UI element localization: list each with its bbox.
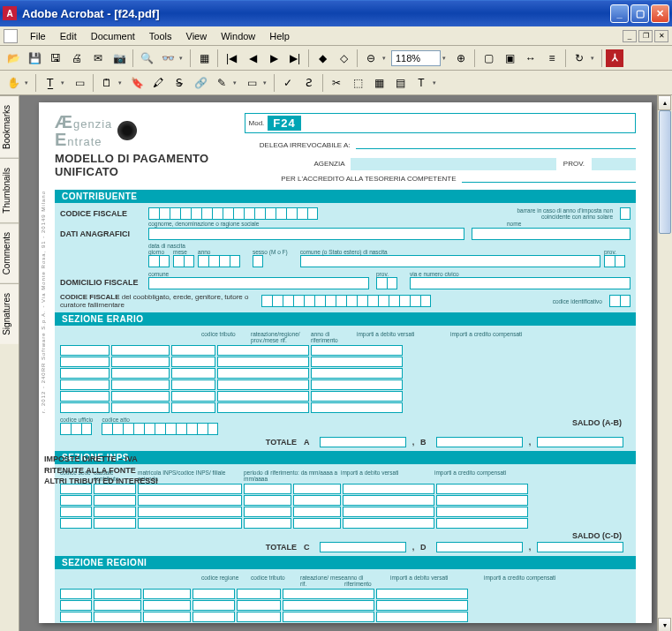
rectangle-button[interactable]: ▭ [242,73,261,93]
agenzia-label: AGENZIA [245,158,351,170]
menu-document[interactable]: Document [84,29,142,43]
save-as-button[interactable]: 🖫 [46,49,65,68]
next-page-button[interactable]: ▶ [264,49,283,68]
print-button[interactable]: 🖨 [67,49,87,68]
rect-dropdown[interactable]: ▾ [263,79,270,86]
find-button[interactable]: 👓 [158,49,177,68]
show-hide-button[interactable]: ▦ [194,49,214,68]
fit-width-button[interactable]: ↔ [521,49,540,68]
scroll-up-button[interactable]: ▴ [658,95,671,110]
search-button[interactable]: 🔍 [137,49,156,68]
form-title: MODELLO DI PAGAMENTO UNIFICATO [55,152,209,178]
vertical-imprint: r. 2012 - 240RR Software S.p.A. - Via Mo… [41,191,46,413]
menu-window[interactable]: Window [214,29,262,43]
save-button[interactable]: 💾 [25,49,44,68]
close-button[interactable]: ✕ [651,4,669,23]
touchup-button[interactable]: ⬚ [348,73,367,93]
fit-page-button[interactable]: ▣ [500,49,519,68]
tab-comments[interactable]: Comments [0,222,19,283]
mdi-minimize-button[interactable]: _ [623,30,637,42]
cognome-field [148,228,464,240]
menu-view[interactable]: View [179,29,215,43]
section-contribuente: CONTRIBUENTE [55,190,636,203]
saldo-cd: SALDO (C-D) [60,530,630,542]
tab-thumbnails[interactable]: Thumbnails [0,158,19,222]
note-tool-button[interactable]: 🗒 [97,73,117,93]
zoom-out-dropdown[interactable]: ▾ [382,55,389,62]
snapshot-button[interactable]: ▭ [70,73,89,93]
minimize-button[interactable]: _ [610,4,629,23]
menu-help[interactable]: Help [262,29,297,43]
find-dropdown[interactable]: ▾ [179,55,186,62]
mod-badge: Mod. F24 [245,113,636,133]
strikeout-button[interactable]: S̶ [170,73,189,93]
actual-size-button[interactable]: ▢ [479,49,498,68]
label-cognome: cognome, denominazione o ragione sociale [148,221,500,227]
scroll-thumb[interactable] [659,110,671,234]
zoom-in-button[interactable]: ⊕ [451,49,471,68]
menu-tools[interactable]: Tools [142,29,179,43]
zoom-out-button[interactable]: ⊖ [361,49,381,68]
last-page-button[interactable]: ▶| [285,49,305,68]
table-row [60,391,630,402]
label-codice-ident: codice identificativo [553,298,602,304]
table-row [60,402,630,413]
touchup-dropdown[interactable]: ▾ [433,79,440,86]
accredito-row: PER L'ACCREDITO ALLA TESORERIA COMPETENT… [245,172,636,183]
article-button[interactable]: ▤ [390,73,410,93]
table-row [60,495,630,506]
email-button[interactable]: ✉ [88,49,108,68]
stamp-button[interactable]: 🔖 [127,73,147,93]
next-view-button[interactable]: ◇ [334,49,353,68]
scan-button[interactable]: 📷 [109,49,129,68]
maximize-button[interactable]: ▢ [630,4,649,23]
label-barrare: barrare in caso di anno d'imposta non co… [489,207,613,220]
hand-dropdown[interactable]: ▾ [25,79,32,86]
tab-bookmarks[interactable]: Bookmarks [0,95,19,158]
open-button[interactable]: 📂 [4,49,23,68]
prov-field [592,158,636,170]
document-viewport[interactable]: r. 2012 - 240RR Software S.p.A. - Via Mo… [19,95,672,631]
mdi-close-button[interactable]: ✕ [654,30,668,42]
vertical-scrollbar[interactable]: ▴ ▾ [657,95,672,631]
rotate-dropdown[interactable]: ▾ [591,55,598,62]
text-select-button[interactable]: T̲ [40,73,59,93]
pdf-page: r. 2012 - 240RR Software S.p.A. - Via Mo… [39,102,652,623]
text-select-dropdown[interactable]: ▾ [61,79,68,86]
crop-button[interactable]: ✂ [327,73,346,93]
first-page-button[interactable]: |◀ [222,49,241,68]
text-touchup-button[interactable]: T [412,73,431,93]
prev-page-button[interactable]: ◀ [243,49,262,68]
delega-row: DELEGA IRREVOCABILE A: [245,139,636,149]
saldo-ab: SALDO (A-B) [563,417,630,435]
section-regioni: SEZIONE REGIONI [55,556,636,569]
table-row [60,518,630,529]
scroll-down-button[interactable]: ▾ [658,618,671,631]
spell-check-dropdown[interactable]: Ƨ [299,73,319,93]
pencil-button[interactable]: ✎ [212,73,231,93]
pencil-dropdown[interactable]: ▾ [233,79,240,86]
zoom-dropdown[interactable]: ▾ [442,55,449,62]
section-erario: SEZIONE ERARIO [55,312,636,326]
zoom-input[interactable] [391,50,441,66]
link-button[interactable]: 🔗 [191,73,210,93]
label-cf-coobbligato: CODICE FISCALE [60,293,120,301]
adobe-icon[interactable]: ⅄ [606,49,623,67]
table-row [60,507,630,517]
prev-view-button[interactable]: ◆ [313,49,332,68]
nome-field [472,228,630,240]
menu-file[interactable]: File [23,29,53,43]
menu-edit[interactable]: Edit [53,29,84,43]
rotate-button[interactable]: ↻ [570,49,589,68]
reflow-button[interactable]: ≡ [542,49,562,68]
hand-tool-button[interactable]: ✋ [4,73,23,93]
title-bar: A Adobe Acrobat - [f24.pdf] _ ▢ ✕ [0,0,672,26]
mdi-restore-button[interactable]: ❐ [638,30,653,42]
highlight-button[interactable]: 🖍 [148,73,168,93]
tab-signatures[interactable]: Signatures [0,283,19,344]
spell-check-button[interactable]: ✓ [278,73,298,93]
table-row [60,345,630,356]
form-button[interactable]: ▦ [369,73,389,93]
prov-label: PROV. [556,158,592,170]
note-dropdown[interactable]: ▾ [118,79,125,86]
